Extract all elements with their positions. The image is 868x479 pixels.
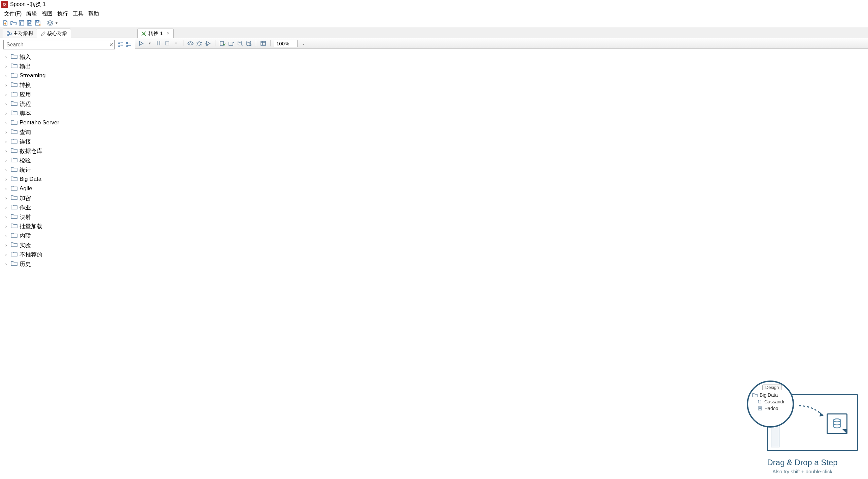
tree-item-label: Big Data — [20, 176, 41, 182]
sidebar-tabs: 主对象树 核心对象 — [0, 27, 135, 38]
tree-item[interactable]: ›实验 — [0, 240, 135, 250]
tree-item[interactable]: ›批量加载 — [0, 221, 135, 231]
folder-icon — [11, 110, 18, 117]
debug-icon[interactable] — [195, 40, 203, 47]
menu-run[interactable]: 执行 — [55, 10, 70, 18]
folder-icon — [11, 261, 18, 268]
replay-icon[interactable] — [204, 40, 212, 47]
folder-icon — [11, 166, 18, 173]
hint-hadoop-label: Hadoo — [764, 406, 778, 411]
folder-icon — [11, 119, 18, 126]
chevron-right-icon: › — [5, 167, 9, 172]
editor-tab-label: 转换 1 — [148, 30, 163, 37]
pencil-icon — [40, 31, 46, 36]
tree-item[interactable]: ›内联 — [0, 231, 135, 240]
sidebar: 主对象树 核心对象 ✕ — [0, 27, 135, 479]
new-file-icon[interactable] — [2, 20, 9, 26]
sql-icon[interactable] — [236, 40, 244, 47]
hint-illustration: Design Big Data Cassandr — [747, 380, 858, 454]
collapse-all-icon[interactable] — [126, 41, 132, 48]
save-icon[interactable] — [26, 20, 33, 26]
folder-icon — [11, 129, 18, 136]
zoom-input[interactable] — [274, 40, 298, 47]
tree-item[interactable]: ›Big Data — [0, 174, 135, 184]
menu-help[interactable]: 帮助 — [86, 10, 101, 18]
tree-item-label: 历史 — [20, 260, 31, 268]
hint-title: Drag & Drop a Step — [747, 458, 858, 467]
run-icon[interactable] — [137, 40, 145, 47]
tree-item[interactable]: ›流程 — [0, 99, 135, 109]
search-input[interactable] — [3, 40, 115, 49]
chevron-right-icon: › — [5, 73, 9, 78]
expand-all-icon[interactable] — [118, 41, 124, 48]
tree-item[interactable]: ›Streaming — [0, 71, 135, 80]
svg-rect-26 — [261, 41, 266, 45]
tree-item[interactable]: ›输出 — [0, 62, 135, 71]
tree-item[interactable]: ›Agile — [0, 184, 135, 193]
tree-item[interactable]: ›转换 — [0, 80, 135, 90]
tree-item[interactable]: ›输入 — [0, 52, 135, 62]
show-results-icon[interactable] — [259, 40, 267, 47]
impact-icon[interactable] — [227, 40, 235, 47]
zoom-dropdown-icon[interactable]: ⌄ — [299, 41, 308, 46]
close-tab-icon[interactable]: ✕ — [166, 31, 170, 36]
menu-edit[interactable]: 编辑 — [24, 10, 39, 18]
save-as-icon[interactable] — [34, 20, 41, 26]
tree-item[interactable]: ›Pentaho Server — [0, 118, 135, 127]
category-tree[interactable]: ›输入›输出›Streaming›转换›应用›流程›脚本›Pentaho Ser… — [0, 52, 135, 479]
menu-tools[interactable]: 工具 — [71, 10, 86, 18]
tab-main-tree[interactable]: 主对象树 — [3, 29, 37, 38]
tree-item[interactable]: ›统计 — [0, 165, 135, 174]
explore-db-icon[interactable] — [245, 40, 252, 47]
tree-item-label: 转换 — [20, 81, 31, 89]
svg-rect-22 — [229, 42, 233, 45]
tree-item[interactable]: ›映射 — [0, 212, 135, 221]
tree-item[interactable]: ›不推荐的 — [0, 250, 135, 259]
chevron-right-icon: › — [5, 262, 9, 267]
tree-item[interactable]: ›加密 — [0, 193, 135, 203]
preview-icon[interactable] — [187, 40, 194, 47]
pause-icon[interactable] — [155, 40, 162, 47]
clear-search-icon[interactable]: ✕ — [109, 42, 114, 48]
folder-icon — [11, 147, 18, 155]
tree-item[interactable]: ›查询 — [0, 127, 135, 137]
tree-item[interactable]: ›历史 — [0, 259, 135, 269]
tree-item[interactable]: ›连接 — [0, 137, 135, 146]
tree-item[interactable]: ›作业 — [0, 203, 135, 212]
transformation-icon — [141, 31, 146, 36]
canvas[interactable]: Design Big Data Cassandr — [135, 49, 868, 479]
explore-repo-icon[interactable] — [18, 20, 25, 26]
tree-item-label: 应用 — [20, 91, 31, 99]
editor-tab[interactable]: 转换 1 ✕ — [137, 29, 174, 38]
verify-icon[interactable] — [219, 40, 226, 47]
svg-rect-18 — [165, 42, 169, 45]
editor-area: 转换 1 ✕ ▼ ▼ — [135, 27, 868, 479]
tree-item[interactable]: ›数据仓库 — [0, 146, 135, 156]
svg-rect-14 — [126, 45, 128, 46]
chevron-right-icon: › — [5, 102, 9, 107]
open-file-icon[interactable] — [10, 20, 17, 26]
stop-dropdown-icon[interactable]: ▼ — [172, 40, 180, 47]
tree-item-label: 流程 — [20, 100, 31, 108]
perspective-dropdown-icon[interactable]: ▼ — [55, 21, 58, 25]
chevron-right-icon: › — [5, 252, 9, 257]
svg-rect-21 — [220, 41, 223, 45]
menu-view[interactable]: 视图 — [40, 10, 55, 18]
chevron-right-icon: › — [5, 205, 9, 210]
tab-core-objects[interactable]: 核心对象 — [37, 29, 71, 38]
window-title: Spoon - 转换 1 — [10, 1, 46, 8]
run-dropdown-icon[interactable]: ▼ — [146, 40, 153, 47]
svg-point-3 — [5, 5, 6, 6]
chevron-right-icon: › — [5, 139, 9, 144]
folder-icon — [11, 176, 18, 183]
menu-file[interactable]: 文件(F) — [2, 10, 24, 18]
dashed-arrow-icon — [797, 404, 828, 417]
tree-item[interactable]: ›检验 — [0, 156, 135, 165]
stop-icon[interactable] — [163, 40, 171, 47]
perspective-icon[interactable] — [47, 20, 54, 26]
tree-item-label: Pentaho Server — [20, 119, 59, 126]
tree-item-label: 加密 — [20, 194, 31, 202]
tree-item[interactable]: ›应用 — [0, 90, 135, 99]
tree-item[interactable]: ›脚本 — [0, 109, 135, 118]
folder-icon — [752, 392, 757, 397]
